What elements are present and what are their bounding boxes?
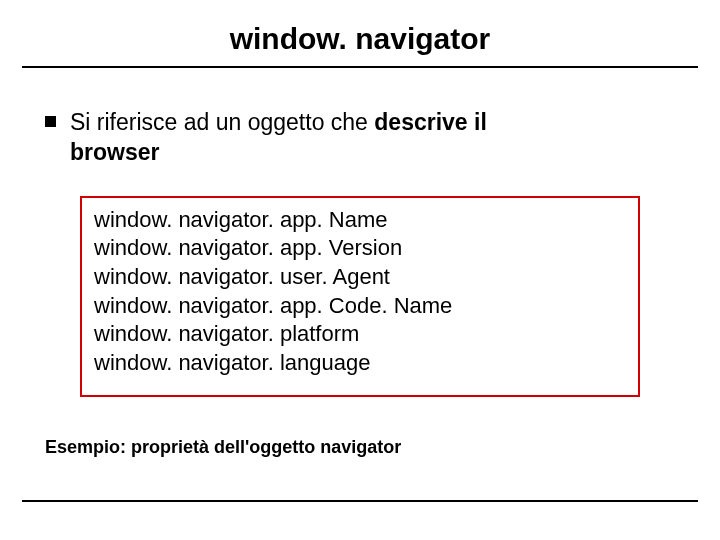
- code-line: window. navigator. app. Name: [94, 206, 626, 235]
- code-line: window. navigator. platform: [94, 320, 626, 349]
- code-line: window. navigator. user. Agent: [94, 263, 626, 292]
- bullet-text-bold1: descrive il: [374, 109, 487, 135]
- code-box: window. navigator. app. Name window. nav…: [80, 196, 640, 398]
- bullet-text: Si riferisce ad un oggetto che descrive …: [70, 108, 487, 168]
- bullet-text-bold2: browser: [70, 139, 159, 165]
- example-label: Esempio: proprietà dell'oggetto navigato…: [45, 437, 675, 458]
- code-line: window. navigator. app. Code. Name: [94, 292, 626, 321]
- content-area: Si riferisce ad un oggetto che descrive …: [0, 68, 720, 168]
- bullet-text-pre: Si riferisce ad un oggetto che: [70, 109, 374, 135]
- square-bullet-icon: [45, 116, 56, 127]
- code-line: window. navigator. language: [94, 349, 626, 378]
- divider-bottom: [22, 500, 698, 502]
- code-line: window. navigator. app. Version: [94, 234, 626, 263]
- slide-title: window. navigator: [0, 0, 720, 66]
- bullet-item: Si riferisce ad un oggetto che descrive …: [45, 108, 675, 168]
